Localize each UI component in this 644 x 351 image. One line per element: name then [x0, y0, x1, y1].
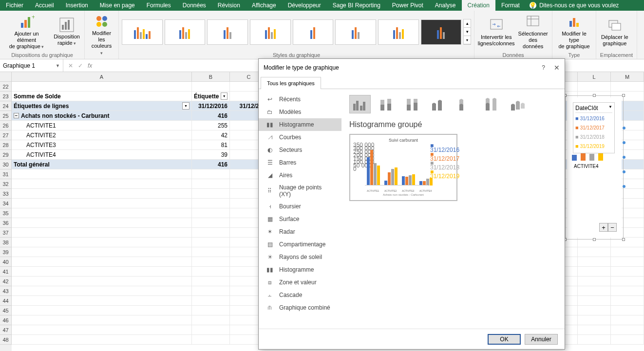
col-header[interactable]: L [578, 72, 611, 82]
tab-affichage[interactable]: Affichage [246, 0, 282, 11]
row-header[interactable]: 25 [0, 111, 12, 121]
ok-button[interactable]: OK [488, 334, 521, 345]
row-header[interactable]: 36 [0, 218, 12, 228]
row-header[interactable]: 27 [0, 130, 12, 140]
cat-histogram2[interactable]: ▮▮Histogramme [259, 263, 341, 276]
add-chart-element-button[interactable]: + Ajouter un élément de graphique [3, 13, 50, 51]
row-header[interactable]: 37 [0, 228, 12, 238]
tab-power-pivot[interactable]: Power Pivot [386, 0, 429, 11]
chart-style-4[interactable] [250, 19, 291, 45]
chart-style-6[interactable] [335, 19, 376, 45]
subtype-3d-100-stacked[interactable] [481, 95, 502, 113]
row-header[interactable]: 28 [0, 140, 12, 150]
row-header[interactable]: 23 [0, 92, 12, 101]
cat-area[interactable]: ◢Aires [259, 169, 341, 182]
tell-me[interactable]: 💡 Dites-nous ce que vous voulez [526, 0, 619, 11]
subtype-stacked-column[interactable] [376, 95, 397, 113]
chart-style-8[interactable] [421, 19, 462, 45]
subtype-3d-stacked[interactable] [455, 95, 476, 113]
gallery-more[interactable]: ▲▼▾ [463, 19, 471, 45]
tab-format[interactable]: Format [495, 0, 526, 11]
collapse-button[interactable]: − [14, 113, 19, 118]
cat-bar[interactable]: ☰Barres [259, 156, 341, 169]
tab-formules[interactable]: Formules [141, 0, 177, 11]
cat-templates[interactable]: 🗀Modèles [259, 106, 341, 118]
row-header[interactable]: 29 [0, 150, 12, 160]
row-header[interactable]: 42 [0, 277, 12, 286]
cat-treemap[interactable]: ▤Compartimentage [259, 238, 341, 251]
chart-style-3[interactable] [207, 19, 248, 45]
chart-side-buttons[interactable] [623, 127, 625, 188]
cat-line[interactable]: ⩘Courbes [259, 131, 341, 144]
row-header[interactable]: 44 [0, 296, 12, 306]
row-header[interactable]: 31 [0, 169, 12, 179]
cancel-button[interactable]: Annuler [525, 334, 558, 345]
change-chart-type-button[interactable]: Modifier le type de graphique [555, 13, 593, 51]
tab-developpeur[interactable]: Développeur [282, 0, 327, 11]
fx-icon[interactable]: fx [88, 62, 95, 69]
close-icon[interactable]: ✕ [554, 64, 560, 72]
cat-stock[interactable]: ⫞Boursier [259, 200, 341, 213]
switch-row-column-button[interactable]: Intervertir les lignes/colonnes [477, 17, 515, 48]
tab-donnees[interactable]: Données [177, 0, 212, 11]
name-box[interactable]: Graphique 1▼ [0, 59, 63, 72]
quick-layout-button[interactable]: Disposition rapide [52, 16, 81, 48]
dialog-titlebar[interactable]: Modifier le type de graphique ? ✕ [259, 59, 565, 76]
chart-style-2[interactable] [165, 19, 206, 45]
slicer[interactable]: DateClôt▼ 31/12/2016 31/12/2017 31/12/20… [573, 102, 615, 153]
row-header[interactable]: 26 [0, 121, 12, 130]
row-header[interactable]: 48 [0, 335, 12, 345]
tab-insertion[interactable]: Insertion [60, 0, 94, 11]
tab-mise-en-page[interactable]: Mise en page [94, 0, 141, 11]
row-header[interactable]: 43 [0, 286, 12, 296]
cat-boxwhisker[interactable]: ⧈Zone et valeur [259, 276, 341, 289]
row-header[interactable]: 39 [0, 247, 12, 257]
help-icon[interactable]: ? [542, 64, 545, 71]
filter-button[interactable]: ▼ [221, 92, 227, 100]
col-header[interactable]: A [12, 72, 192, 82]
row-header[interactable]: 35 [0, 208, 12, 218]
change-colors-button[interactable]: Modifier les couleurs [88, 13, 115, 57]
chart-preview[interactable]: Suivi carburant 350 000300 000250 000200… [349, 134, 457, 201]
row-header[interactable]: 38 [0, 238, 12, 247]
cat-histogram[interactable]: ▮▮Histogramme [259, 118, 341, 131]
cat-radar[interactable]: ✶Radar [259, 225, 341, 238]
tab-sage-bi[interactable]: Sage BI Reporting [327, 0, 386, 11]
tab-accueil[interactable]: Accueil [29, 0, 60, 11]
move-chart-button[interactable]: Déplacer le graphique [599, 17, 630, 48]
cat-waterfall[interactable]: ⫠Cascade [259, 289, 341, 301]
row-header[interactable]: 40 [0, 257, 12, 267]
chart-style-1[interactable] [122, 19, 163, 45]
cancel-icon[interactable]: ✕ [68, 62, 73, 69]
row-header[interactable]: 22 [0, 82, 12, 92]
subtype-3d-column[interactable] [507, 95, 529, 113]
row-header[interactable]: 30 [0, 160, 12, 169]
row-header[interactable]: 34 [0, 199, 12, 208]
subtype-100-stacked-column[interactable] [402, 95, 423, 113]
enter-icon[interactable]: ✓ [78, 62, 83, 69]
row-header[interactable]: 46 [0, 315, 12, 325]
tab-all-charts[interactable]: Tous les graphiques [261, 77, 321, 89]
row-header[interactable]: 47 [0, 325, 12, 335]
cat-sunburst[interactable]: ☀Rayons de soleil [259, 251, 341, 263]
select-data-button[interactable]: Sélectionner des données [517, 13, 549, 51]
subtype-clustered-column[interactable] [349, 95, 371, 113]
cat-combo[interactable]: ⫙Graphique combiné [259, 301, 341, 314]
row-header[interactable]: 41 [0, 267, 12, 277]
col-header[interactable]: B [192, 72, 230, 82]
row-header[interactable]: 33 [0, 189, 12, 199]
chart-style-7[interactable] [378, 19, 419, 45]
col-header[interactable]: M [611, 72, 644, 82]
tab-analyse[interactable]: Analyse [429, 0, 462, 11]
subtype-3d-clustered[interactable] [428, 95, 450, 113]
embedded-chart[interactable]: DateClôt▼ 31/12/2016 31/12/2017 31/12/20… [567, 97, 622, 238]
cat-scatter[interactable]: ⠿Nuage de points (XY) [259, 182, 341, 200]
cat-surface[interactable]: ▦Surface [259, 213, 341, 225]
collapse-button[interactable]: − [608, 223, 617, 232]
cat-recents[interactable]: ↩Récents [259, 93, 341, 106]
row-header[interactable]: 45 [0, 306, 12, 315]
expand-button[interactable]: + [599, 223, 608, 232]
tab-revision[interactable]: Révision [212, 0, 246, 11]
filter-button[interactable]: ▼ [182, 102, 189, 110]
cat-pie[interactable]: ◐Secteurs [259, 144, 341, 156]
